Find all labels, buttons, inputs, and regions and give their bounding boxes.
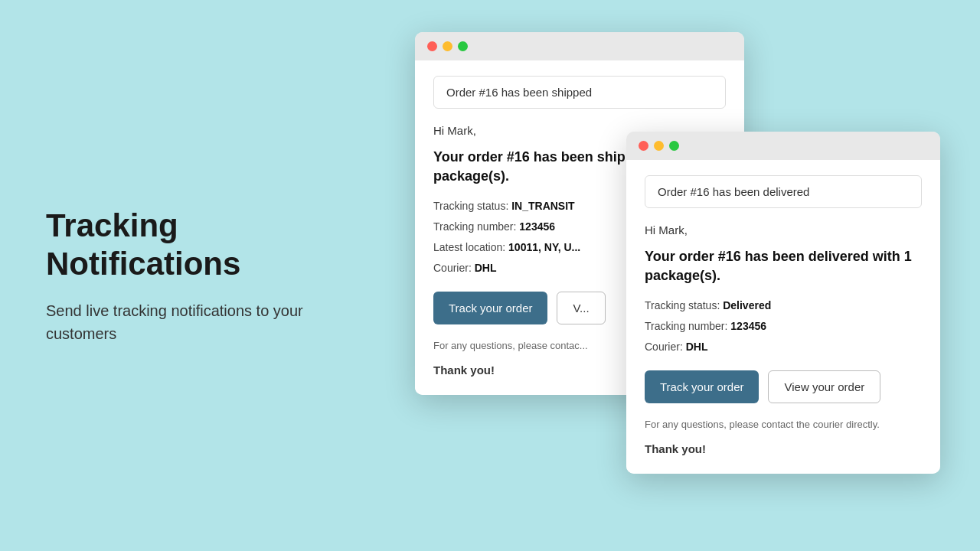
delivered-body-heading: Your order #16 has been delivered with 1… — [645, 247, 922, 285]
delivered-view-button[interactable]: View your order — [768, 370, 880, 403]
delivered-email-window: Order #16 has been delivered Hi Mark, Yo… — [626, 132, 940, 474]
delivered-titlebar — [626, 132, 940, 160]
shipped-titlebar — [415, 32, 744, 60]
dot-green-icon — [669, 141, 679, 151]
shipped-view-button[interactable]: V... — [557, 292, 605, 324]
delivered-tracking-number: Tracking number: 123456 — [645, 318, 922, 334]
delivered-greeting: Hi Mark, — [645, 223, 922, 236]
dot-red-icon — [427, 41, 437, 51]
shipped-subject: Order #16 has been shipped — [433, 76, 726, 109]
dot-green-icon — [458, 41, 468, 51]
left-panel: Tracking Notifications Send live trackin… — [46, 207, 337, 345]
dot-red-icon — [639, 141, 648, 151]
page-subtitle: Send live tracking notifications to your… — [46, 298, 337, 344]
page-title: Tracking Notifications — [46, 207, 337, 284]
dot-yellow-icon — [654, 141, 664, 151]
delivered-courier: Courier: DHL — [645, 339, 922, 355]
delivered-subject: Order #16 has been delivered — [645, 175, 922, 208]
delivered-buttons: Track your order View your order — [645, 370, 922, 403]
delivered-thank-you: Thank you! — [645, 442, 922, 455]
shipped-track-button[interactable]: Track your order — [433, 292, 547, 324]
delivered-footer: For any questions, please contact the co… — [645, 419, 922, 430]
delivered-email-body: Order #16 has been delivered Hi Mark, Yo… — [626, 160, 940, 474]
delivered-tracking-status: Tracking status: Delivered — [645, 298, 922, 314]
dot-yellow-icon — [443, 41, 452, 51]
delivered-track-button[interactable]: Track your order — [645, 370, 759, 403]
